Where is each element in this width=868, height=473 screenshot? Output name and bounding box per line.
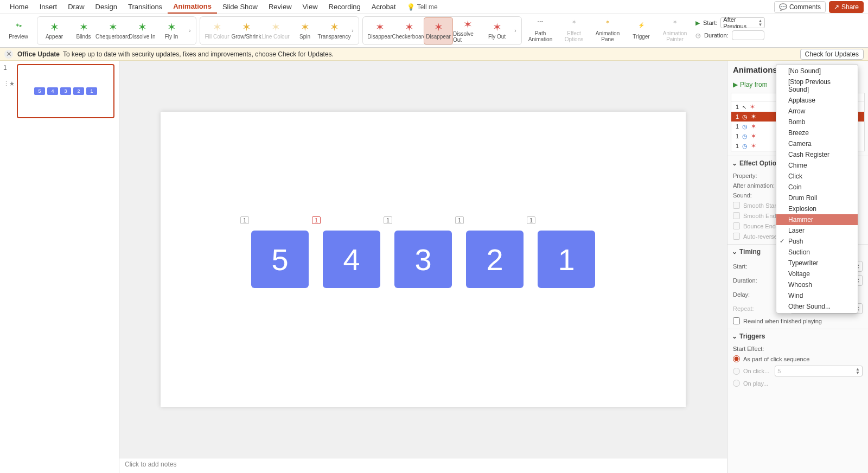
check-icon: ✓ — [780, 238, 784, 245]
anim-dissolve-in[interactable]: ✶Dissolve In — [127, 17, 157, 44]
cursor-icon: ↖ — [742, 104, 746, 110]
triggers-section[interactable]: ⌄Triggers — [727, 329, 868, 343]
anim-appear[interactable]: ✶Appear — [40, 17, 69, 44]
anim-checkerboard[interactable]: ✶Checkerboard — [394, 17, 424, 44]
tab-draw[interactable]: Draw — [62, 1, 90, 13]
star-icon: ✶ — [375, 22, 385, 33]
anim-fly-out[interactable]: ✶Fly Out — [482, 17, 512, 44]
anim-tag[interactable]: 1 — [384, 216, 392, 224]
trigger-button[interactable]: ⚡Trigger — [626, 16, 656, 45]
slide-tile[interactable]: 11 — [538, 231, 595, 288]
tab-view[interactable]: View — [297, 1, 323, 13]
tab-design[interactable]: Design — [90, 1, 123, 13]
tab-insert[interactable]: Insert — [34, 1, 63, 13]
sound-option[interactable]: Typewriter — [776, 258, 858, 269]
animation-pane-button[interactable]: ✶Animation Pane — [592, 16, 623, 45]
trigger-seq-radio[interactable] — [733, 355, 740, 362]
emphasis-more[interactable]: › — [349, 28, 356, 34]
animation-painter-button: ✶Animation Painter — [660, 16, 690, 45]
timing-group: ▶ Start: After Previous▲▼ ◷ Duration: — [693, 16, 767, 45]
sound-option[interactable]: Voltage — [776, 269, 858, 279]
anim-fly-in[interactable]: ✶Fly In — [157, 17, 186, 44]
sound-option[interactable]: Applause — [776, 95, 858, 106]
sound-option[interactable]: Camera — [776, 138, 858, 149]
thumb-box: 4 — [47, 87, 58, 95]
star-icon: ✶ — [330, 22, 339, 33]
sound-option[interactable]: ✓Push — [776, 236, 858, 247]
anim-tag[interactable]: 1 — [240, 216, 249, 224]
star-icon: ✶ — [213, 22, 222, 33]
rewind-check[interactable] — [733, 317, 740, 324]
anim-fill-colour[interactable]: ✶Fill Colour — [202, 17, 232, 44]
sound-option[interactable]: [Stop Previous Sound] — [776, 76, 858, 95]
sound-option[interactable]: Coin — [776, 182, 858, 193]
anim-chequerboard[interactable]: ✶Chequerboard — [98, 17, 127, 44]
duration-input[interactable] — [732, 30, 764, 40]
entrance-more[interactable]: › — [186, 28, 194, 34]
notes-pane[interactable]: Click to add notes — [119, 458, 727, 473]
anim-disappear-sel[interactable]: ✶Disappear — [424, 17, 453, 44]
share-button[interactable]: ↗Share — [829, 1, 864, 13]
tab-acrobat[interactable]: Acrobat — [366, 1, 401, 13]
entrance-gallery: ✶Appear ✶Blinds ✶Chequerboard ✶Dissolve … — [37, 16, 196, 45]
anim-blinds[interactable]: ✶Blinds — [69, 17, 98, 44]
slide-thumb-1[interactable]: 5 4 3 2 1 — [17, 64, 114, 118]
sound-option[interactable]: Hammer — [776, 214, 858, 225]
comments-button[interactable]: 💬Comments — [774, 1, 826, 13]
slide-tile[interactable]: 31 — [394, 231, 452, 288]
preview-icon: ✶▸ — [15, 22, 22, 33]
effect-options-button: ✶Effect Options — [559, 16, 589, 45]
sound-option[interactable]: Drum Roll — [776, 193, 858, 203]
sound-option[interactable]: Wind — [776, 290, 858, 301]
sound-option[interactable]: Suction — [776, 247, 858, 258]
star-icon: ✶ — [673, 19, 677, 30]
sound-option[interactable]: Arrow — [776, 106, 858, 117]
preview-button[interactable]: ✶▸ Preview — [3, 16, 34, 45]
sound-option[interactable]: Cash Register — [776, 149, 858, 160]
anim-tag[interactable]: 1 — [312, 216, 321, 224]
path-animation-button[interactable]: 〰Path Animation — [525, 16, 556, 45]
sound-option[interactable]: Whoosh — [776, 279, 858, 290]
tell-me[interactable]: 💡Tell me — [407, 3, 438, 11]
close-banner-icon[interactable]: ✕ — [4, 50, 13, 59]
anim-transparency[interactable]: ✶Transparency — [320, 17, 349, 44]
sound-option[interactable]: Breeze — [776, 127, 858, 138]
anim-line-colour[interactable]: ✶Line Colour — [261, 17, 290, 44]
sound-dropdown[interactable]: [No Sound][Stop Previous Sound]ApplauseA… — [776, 64, 858, 314]
sound-option[interactable]: Bomb — [776, 117, 858, 127]
tab-transitions[interactable]: Transitions — [123, 1, 168, 13]
bounce-end-check — [733, 222, 740, 229]
sound-option[interactable]: Other Sound... — [776, 301, 858, 312]
anim-tag[interactable]: 1 — [527, 216, 535, 224]
sound-option[interactable]: Explosion — [776, 203, 858, 214]
slide[interactable]: 5141312111 — [161, 112, 686, 407]
exit-more[interactable]: › — [512, 28, 519, 34]
anim-spin[interactable]: ✶Spin — [290, 17, 320, 44]
slide-tile[interactable]: 41 — [323, 231, 380, 288]
tab-recording[interactable]: Recording — [323, 1, 366, 13]
anim-grow-shrink[interactable]: ✶Grow/Shrink — [232, 17, 261, 44]
tab-review[interactable]: Review — [263, 1, 297, 13]
smooth-end-check — [733, 212, 740, 219]
check-updates-button[interactable]: Check for Updates — [800, 49, 864, 60]
share-icon: ↗ — [834, 3, 839, 11]
sound-option[interactable]: Laser — [776, 225, 858, 236]
star-icon: ✶ — [572, 19, 576, 30]
sound-option[interactable]: [No Sound] — [776, 66, 858, 76]
trigger-onclick-radio — [733, 368, 740, 375]
ribbon-tabs: Home Insert Draw Design Transitions Anim… — [0, 0, 868, 14]
tab-slideshow[interactable]: Slide Show — [217, 1, 263, 13]
sound-option[interactable]: Chime — [776, 160, 858, 171]
play-icon: ▶ — [733, 81, 738, 88]
start-select[interactable]: After Previous▲▼ — [720, 17, 765, 28]
slide-tile[interactable]: 21 — [466, 231, 524, 288]
anim-disappear[interactable]: ✶Disappear — [365, 17, 394, 44]
sound-option[interactable]: Click — [776, 171, 858, 182]
tab-animations[interactable]: Animations — [168, 0, 217, 14]
canvas: 5141312111 Click to add notes — [119, 61, 727, 473]
tab-home[interactable]: Home — [4, 1, 34, 13]
slide-tile[interactable]: 51 — [251, 231, 309, 288]
star-icon: ✶ — [750, 103, 755, 111]
anim-dissolve-out[interactable]: ✶Dissolve Out — [453, 17, 482, 44]
anim-tag[interactable]: 1 — [455, 216, 464, 224]
